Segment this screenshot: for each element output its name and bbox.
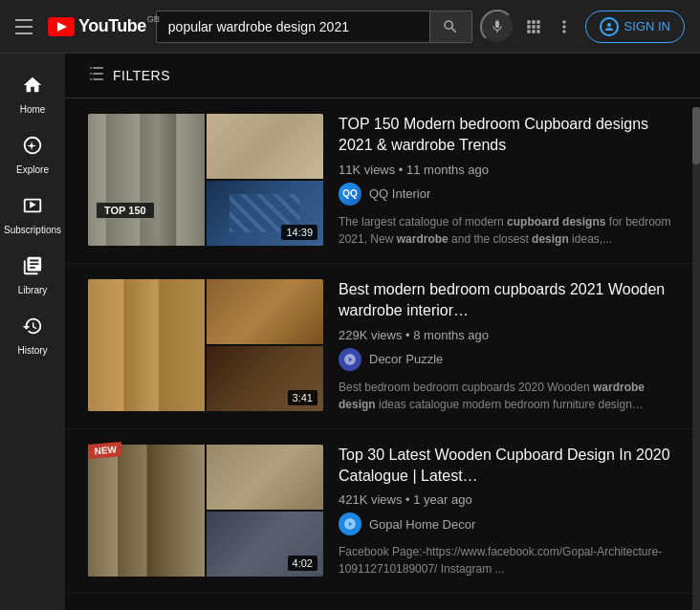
channel-avatar	[339, 512, 361, 535]
filters-label: FILTERS	[113, 68, 170, 83]
channel-row: Decor Puzzle	[339, 348, 677, 371]
mic-button[interactable]	[480, 10, 514, 44]
thumb-cell	[207, 279, 323, 344]
region-label: GB	[147, 14, 160, 24]
logo[interactable]: YouTube GB	[48, 16, 146, 36]
channel-avatar	[339, 348, 361, 371]
channel-avatar: QQ	[339, 183, 361, 206]
sign-in-icon	[600, 17, 619, 36]
video-description: Best bedroom bedroom cupboards 2020 Wood…	[339, 379, 677, 413]
thumbnail-2: 3:41	[88, 279, 323, 411]
sidebar: Home Explore Subscriptions	[0, 54, 65, 610]
video-title: Best modern bedroom cupboards 2021 Woode…	[339, 279, 677, 322]
channel-name: QQ Interior	[369, 186, 430, 201]
sidebar-item-subscriptions[interactable]: Subscriptions	[0, 185, 65, 242]
video-info: TOP 150 Modern bedroom Cupboard designs …	[339, 114, 677, 248]
header-left: YouTube GB	[15, 16, 146, 36]
youtube-icon	[48, 17, 75, 36]
duration-badge: 4:02	[288, 556, 317, 571]
search-bar	[156, 10, 514, 44]
sidebar-home-label: Home	[20, 104, 46, 116]
thumbnail-1: TOP 150 14:39	[88, 114, 323, 246]
main-layout: Home Explore Subscriptions	[0, 54, 700, 610]
duration-badge: 14:39	[281, 225, 317, 240]
search-icon	[442, 18, 459, 35]
video-meta: 11K views • 11 months ago	[339, 163, 677, 177]
channel-row: QQ QQ Interior	[339, 183, 677, 206]
thumb-cell	[88, 114, 205, 246]
top-badge: TOP 150	[96, 202, 155, 219]
video-description: Facebook Page:-https://www.facebook.com/…	[339, 543, 677, 577]
video-description: The largest catalogue of modern cupboard…	[339, 213, 677, 248]
sidebar-item-home[interactable]: Home	[0, 65, 65, 121]
thumb-cell	[88, 445, 205, 577]
video-meta: 229K views • 8 months ago	[339, 328, 677, 342]
filters-icon	[88, 65, 105, 86]
scrollbar-thumb[interactable]	[692, 107, 700, 164]
thumb-cell	[207, 114, 323, 179]
sidebar-explore-label: Explore	[16, 164, 49, 176]
explore-icon	[22, 135, 43, 161]
channel-name: Gopal Home Decor	[369, 517, 475, 532]
more-options-icon[interactable]	[555, 17, 574, 36]
youtube-wordmark: YouTube	[78, 16, 146, 36]
library-icon	[22, 255, 43, 281]
video-list: TOP 150 14:39 TOP 150 Modern bedroom Cup…	[65, 98, 700, 594]
thumb-cell	[207, 445, 323, 510]
video-meta: 421K views • 1 year ago	[339, 492, 677, 507]
video-item[interactable]: NEW 4:02 Top 30 Latest Wooden Cupboard D…	[65, 429, 700, 595]
new-badge: NEW	[88, 441, 123, 458]
menu-icon[interactable]	[15, 19, 33, 34]
header-right: SIGN IN	[524, 11, 685, 43]
sign-in-button[interactable]: SIGN IN	[585, 11, 685, 43]
duration-badge: 3:41	[288, 390, 317, 405]
video-item[interactable]: 3:41 Best modern bedroom cupboards 2021 …	[65, 264, 700, 429]
thumbnail-3: NEW 4:02	[88, 445, 323, 577]
sidebar-item-library[interactable]: Library	[0, 246, 65, 302]
filters-bar: FILTERS	[65, 54, 700, 98]
apps-icon[interactable]	[524, 17, 543, 36]
video-item[interactable]: TOP 150 14:39 TOP 150 Modern bedroom Cup…	[65, 98, 700, 264]
search-button[interactable]	[430, 11, 472, 43]
sidebar-item-explore[interactable]: Explore	[0, 125, 65, 182]
video-title: TOP 150 Modern bedroom Cupboard designs …	[339, 114, 677, 157]
video-info: Best modern bedroom cupboards 2021 Woode…	[339, 279, 677, 413]
scrollbar[interactable]	[692, 107, 700, 610]
video-title: Top 30 Latest Wooden Cupboard Design In …	[339, 445, 677, 488]
sidebar-library-label: Library	[18, 285, 48, 296]
sidebar-history-label: History	[17, 345, 47, 357]
thumb-cell	[88, 279, 205, 411]
mic-icon	[490, 19, 505, 34]
sign-in-label: SIGN IN	[624, 19, 670, 33]
video-info: Top 30 Latest Wooden Cupboard Design In …	[339, 445, 677, 578]
home-icon	[22, 75, 43, 100]
header: YouTube GB	[0, 0, 700, 54]
sidebar-item-history[interactable]: History	[0, 306, 65, 362]
channel-row: Gopal Home Decor	[339, 512, 677, 535]
search-input[interactable]	[168, 19, 418, 34]
history-icon	[22, 316, 43, 341]
sidebar-subscriptions-label: Subscriptions	[4, 225, 61, 236]
search-input-wrap	[156, 11, 430, 43]
content-area: FILTERS TOP 150 14:39 TOP 150 Modern bed…	[65, 54, 700, 610]
channel-name: Decor Puzzle	[369, 352, 443, 366]
subscriptions-icon	[22, 195, 43, 221]
